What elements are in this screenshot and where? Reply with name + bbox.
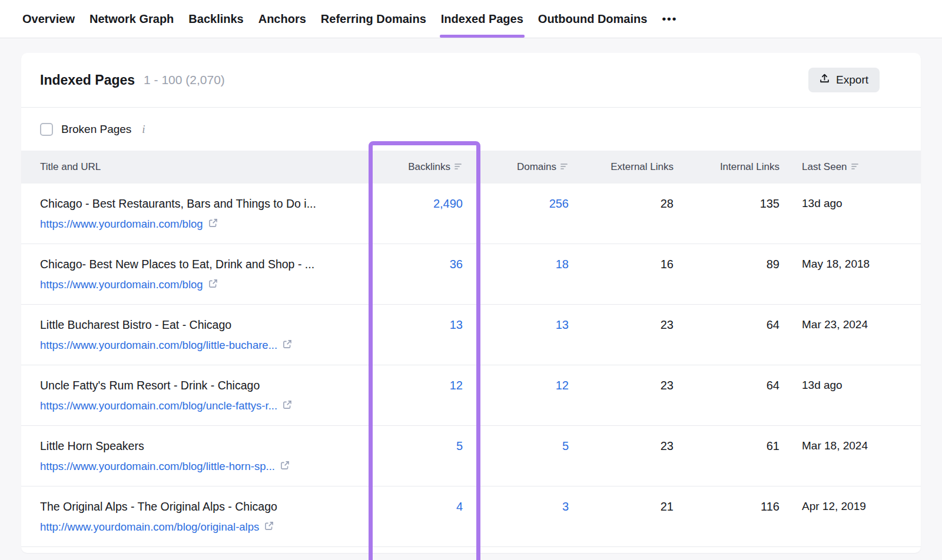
info-icon[interactable]: i — [140, 123, 147, 136]
external-link-icon[interactable] — [208, 218, 218, 231]
table-row: Uncle Fatty's Rum Resort - Drink - Chica… — [21, 365, 921, 426]
broken-pages-checkbox[interactable] — [40, 123, 53, 136]
external-link-icon[interactable] — [264, 521, 274, 534]
domains-count-link[interactable]: 256 — [480, 196, 581, 211]
table-row: Little Bucharest Bistro - Eat - Chicago … — [21, 305, 921, 365]
page-url-text: https://www.yourdomain.com/blog/uncle-fa… — [40, 399, 277, 412]
upload-icon — [820, 74, 830, 86]
page-url-link[interactable]: https://www.yourdomain.com/blog — [40, 278, 218, 291]
tab-backlinks[interactable]: Backlinks — [188, 0, 243, 38]
column-header-label: Domains — [517, 161, 556, 173]
page-url-link[interactable]: https://www.yourdomain.com/blog/little-b… — [40, 339, 292, 352]
page-title: Indexed Pages — [40, 72, 135, 88]
top-nav: Overview Network Graph Backlinks Anchors… — [0, 0, 942, 38]
page-title-text: Little Horn Speakers — [40, 439, 369, 453]
table-header: Title and URL Backlinks Domains External… — [21, 151, 921, 184]
tab-overview[interactable]: Overview — [22, 0, 75, 38]
domains-count-link[interactable]: 5 — [480, 439, 581, 453]
backlinks-count-link[interactable]: 36 — [369, 257, 480, 271]
internal-links-count: 61 — [685, 439, 791, 453]
column-header-last-seen[interactable]: Last Seen — [791, 161, 921, 173]
column-header-label: Internal Links — [720, 161, 780, 173]
page-title-text: Little Bucharest Bistro - Eat - Chicago — [40, 318, 369, 332]
external-link-icon[interactable] — [280, 460, 290, 473]
external-links-count: 23 — [581, 439, 685, 453]
column-header-label: Title and URL — [40, 161, 101, 173]
tab-outbound-domains[interactable]: Outbound Domains — [538, 0, 648, 38]
tab-referring-domains[interactable]: Referring Domains — [321, 0, 426, 38]
backlinks-count-link[interactable]: 5 — [369, 439, 480, 453]
domains-count-link[interactable]: 3 — [480, 499, 581, 514]
column-header-label: Last Seen — [802, 161, 847, 173]
filter-row: Broken Pages i — [21, 108, 921, 151]
external-links-count: 23 — [581, 378, 685, 392]
last-seen-value: Apr 12, 2019 — [791, 499, 921, 514]
column-header-external-links: External Links — [581, 161, 685, 173]
export-button-label: Export — [836, 74, 868, 86]
last-seen-value: 13d ago — [791, 378, 921, 392]
table-row: Chicago- Best New Places to Eat, Drink a… — [21, 244, 921, 305]
indexed-pages-card: Indexed Pages 1 - 100 (2,070) Export Bro… — [21, 53, 921, 553]
page-title-text: Chicago- Best New Places to Eat, Drink a… — [40, 257, 369, 271]
column-header-label: External Links — [611, 161, 674, 173]
backlinks-count-link[interactable]: 13 — [369, 318, 480, 332]
internal-links-count: 64 — [685, 318, 791, 332]
more-tabs-button[interactable]: ••• — [662, 0, 677, 38]
external-links-count: 28 — [581, 196, 685, 211]
backlinks-count-link[interactable]: 2,490 — [369, 196, 480, 211]
domains-count-link[interactable]: 18 — [480, 257, 581, 271]
page-url-text: http://www.yourdomain.com/blog/original-… — [40, 521, 259, 534]
internal-links-count: 135 — [685, 196, 791, 211]
page-title-text: The Original Alps - The Original Alps - … — [40, 499, 369, 514]
column-header-label: Backlinks — [408, 161, 450, 173]
page-url-link[interactable]: http://www.yourdomain.com/blog/original-… — [40, 521, 274, 534]
tab-indexed-pages[interactable]: Indexed Pages — [441, 0, 523, 38]
results-range: 1 - 100 (2,070) — [144, 73, 225, 87]
broken-pages-label: Broken Pages — [61, 123, 131, 136]
export-button[interactable]: Export — [808, 68, 880, 92]
page-title-text: Uncle Fatty's Rum Resort - Drink - Chica… — [40, 378, 369, 392]
external-links-count: 21 — [581, 499, 685, 514]
sort-icon — [851, 161, 860, 173]
page-url-text: https://www.yourdomain.com/blog — [40, 218, 203, 231]
column-header-internal-links: Internal Links — [685, 161, 791, 173]
tab-anchors[interactable]: Anchors — [258, 0, 306, 38]
page-url-text: https://www.yourdomain.com/blog/little-b… — [40, 339, 277, 352]
last-seen-value: May 18, 2018 — [791, 257, 921, 271]
card-header: Indexed Pages 1 - 100 (2,070) Export — [21, 53, 921, 108]
internal-links-count: 89 — [685, 257, 791, 271]
tab-network-graph[interactable]: Network Graph — [89, 0, 174, 38]
external-link-icon[interactable] — [283, 399, 292, 412]
page-url-link[interactable]: https://www.yourdomain.com/blog — [40, 218, 218, 231]
page-url-text: https://www.yourdomain.com/blog — [40, 278, 203, 291]
external-link-icon[interactable] — [283, 339, 292, 352]
table-row: The Original Alps - The Original Alps - … — [21, 486, 921, 547]
sort-icon — [455, 161, 463, 173]
last-seen-value: Mar 18, 2024 — [791, 439, 921, 453]
internal-links-count: 64 — [685, 378, 791, 392]
table-row: Little Horn Speakers https://www.yourdom… — [21, 426, 921, 486]
external-links-count: 16 — [581, 257, 685, 271]
sort-icon — [560, 161, 569, 173]
page-url-text: https://www.yourdomain.com/blog/little-h… — [40, 460, 275, 473]
column-header-domains[interactable]: Domains — [480, 161, 581, 173]
column-header-backlinks[interactable]: Backlinks — [369, 161, 480, 173]
page-url-link[interactable]: https://www.yourdomain.com/blog/uncle-fa… — [40, 399, 292, 412]
domains-count-link[interactable]: 12 — [480, 378, 581, 392]
last-seen-value: 13d ago — [791, 196, 921, 211]
column-header-title-url: Title and URL — [21, 161, 369, 173]
external-link-icon[interactable] — [208, 278, 218, 291]
table-row: Chicago - Best Restaurants, Bars and Thi… — [21, 184, 921, 244]
page-title-text: Chicago - Best Restaurants, Bars and Thi… — [40, 196, 369, 211]
domains-count-link[interactable]: 13 — [480, 318, 581, 332]
page-url-link[interactable]: https://www.yourdomain.com/blog/little-h… — [40, 460, 290, 473]
backlinks-count-link[interactable]: 12 — [369, 378, 480, 392]
internal-links-count: 116 — [685, 499, 791, 514]
last-seen-value: Mar 23, 2024 — [791, 318, 921, 332]
backlinks-count-link[interactable]: 4 — [369, 499, 480, 514]
external-links-count: 23 — [581, 318, 685, 332]
